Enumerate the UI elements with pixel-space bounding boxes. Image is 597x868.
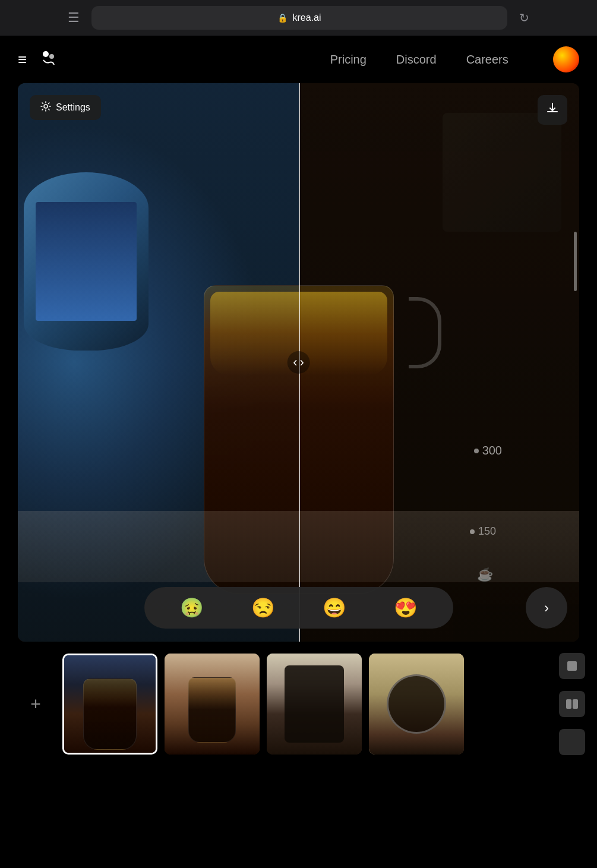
svg-point-2 [44,105,48,108]
thumbnails [62,654,547,755]
thumbnail-3[interactable] [267,654,362,755]
nav-link-careers[interactable]: Careers [466,53,508,67]
nav-right [553,46,579,72]
cup-icon: ☕ [477,567,493,582]
main-content: ‹ › Settings [0,83,597,642]
thumbnail-4[interactable] [369,654,464,755]
arrow-left-icon: ‹ [293,355,297,370]
settings-button[interactable]: Settings [30,95,101,120]
download-button[interactable] [538,95,567,125]
strip-right-icons [547,653,597,755]
measure-dot-150 [470,529,475,534]
split-arrow-handle[interactable]: ‹ › [287,351,310,374]
reload-icon[interactable]: ↻ [519,11,529,25]
nav-link-pricing[interactable]: Pricing [330,53,367,67]
svg-point-0 [43,51,49,57]
download-icon [546,102,559,118]
arrow-right-icon: › [300,355,304,370]
nav-left: ≡ [18,48,286,71]
emoji-next-button[interactable]: › [526,587,567,629]
thumbnail-1[interactable] [62,654,157,755]
grid-view-icon[interactable] [559,729,585,755]
emoji-next-icon: › [544,599,549,616]
measure-dot-300 [474,449,479,453]
add-icon: + [30,694,41,714]
svg-rect-4 [566,699,571,709]
lock-icon: 🔒 [277,13,288,23]
url-bar[interactable]: 🔒 krea.ai [91,6,507,30]
svg-rect-5 [573,699,578,709]
emoji-nauseous[interactable]: 🤢 [180,596,204,619]
emoji-grinning[interactable]: 😄 [323,596,346,619]
thumbnail-2[interactable] [165,654,260,755]
settings-icon [40,101,51,114]
browser-menu-icon[interactable]: ☰ [68,10,80,26]
hamburger-icon[interactable]: ≡ [18,50,27,69]
svg-point-1 [49,54,54,59]
measurement-300: 300 [474,444,502,457]
svg-rect-3 [567,661,577,671]
url-text: krea.ai [292,12,321,23]
thumbnail-strip: + [0,645,597,763]
emoji-unamused[interactable]: 😒 [251,596,275,619]
browser-bar: ☰ 🔒 krea.ai ↻ [0,0,597,36]
emoji-bar: 🤢 😒 😄 😍 [144,587,453,629]
compare-view-icon[interactable] [559,691,585,717]
glass-handle [409,297,441,368]
settings-label: Settings [56,102,90,113]
navigation: ≡ Pricing Discord Careers [0,36,597,83]
emoji-heart-eyes[interactable]: 😍 [394,596,418,619]
scroll-indicator[interactable] [574,232,577,291]
nav-link-discord[interactable]: Discord [396,53,437,67]
measurement-150: 150 [470,525,496,538]
user-avatar[interactable] [553,46,579,72]
nav-links: Pricing Discord Careers [286,53,554,67]
add-image-button[interactable]: + [18,686,53,722]
view-single-icon[interactable] [559,653,585,679]
logo-icon[interactable] [39,48,58,71]
image-container: ‹ › Settings [18,83,579,642]
